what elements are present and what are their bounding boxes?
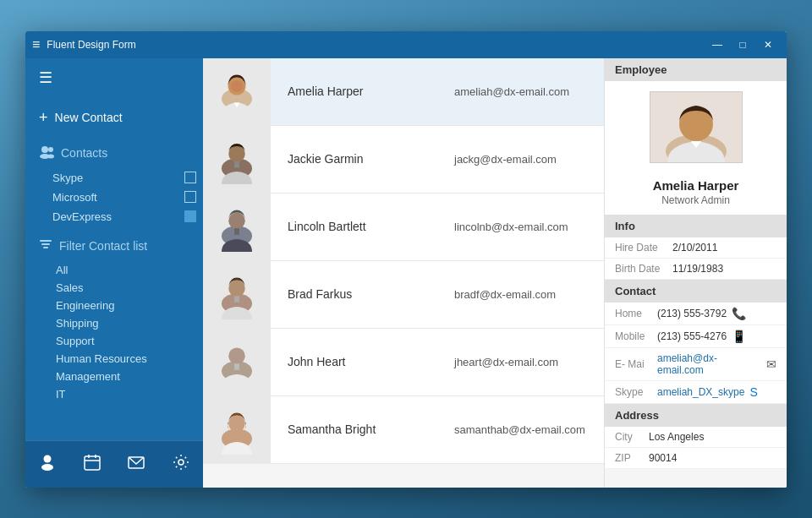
- group-microsoft-label: Microsoft: [52, 191, 97, 204]
- group-microsoft-checkbox[interactable]: [184, 191, 196, 203]
- contact-row-brad[interactable]: Brad Farkus bradf@dx-email.com: [203, 261, 604, 329]
- group-devexpress-checkbox[interactable]: [184, 210, 196, 222]
- close-button[interactable]: ✕: [756, 35, 780, 54]
- mail-icon[interactable]: [118, 450, 154, 479]
- contact-row-amelia[interactable]: Amelia Harper ameliah@dx-email.com: [203, 58, 604, 126]
- contact-avatar-samantha: [203, 395, 271, 463]
- home-phone-row: Home (213) 555-3792 📞: [605, 303, 787, 325]
- filter-support[interactable]: Support: [49, 332, 203, 350]
- contact-section-header: Contact: [605, 280, 787, 303]
- employee-panel: Employee Amelia Harper Network Admin: [605, 58, 787, 488]
- group-skype[interactable]: Skype: [52, 168, 203, 188]
- contact-name-john: John Heart: [271, 355, 437, 368]
- settings-icon[interactable]: [163, 450, 199, 479]
- skype-label: Skype: [615, 386, 657, 398]
- new-contact-button[interactable]: + New Contact: [39, 104, 189, 132]
- group-microsoft[interactable]: Microsoft: [52, 188, 203, 207]
- employee-photo-container: [605, 81, 787, 173]
- contact-name-amelia: Amelia Harper: [271, 85, 437, 98]
- employee-photo-box: [650, 91, 743, 163]
- app-icon: ≡: [32, 37, 40, 52]
- hamburger-icon[interactable]: ☰: [39, 68, 189, 87]
- contact-list: Amelia Harper ameliah@dx-email.com Jacki…: [203, 58, 605, 488]
- svg-point-28: [228, 348, 245, 365]
- email-value[interactable]: ameliah@dx-email.com: [657, 352, 761, 376]
- home-label: Home: [615, 308, 657, 319]
- filter-all[interactable]: All: [49, 261, 203, 279]
- city-value: Los Angeles: [649, 431, 704, 443]
- titlebar: ≡ Fluent Design Form — □ ✕: [25, 31, 787, 58]
- contacts-text: Contacts: [61, 146, 107, 160]
- contact-avatar-john: [203, 328, 271, 395]
- contact-email-john: jheart@dx-email.com: [437, 356, 604, 368]
- svg-rect-4: [40, 240, 52, 242]
- home-value: (213) 555-3792: [657, 308, 727, 319]
- svg-point-25: [228, 281, 245, 297]
- mobile-value: (213) 555-4276: [657, 330, 727, 342]
- group-devexpress[interactable]: DevExpress: [52, 207, 203, 226]
- new-contact-label: New Contact: [55, 111, 123, 124]
- contact-row-jackie[interactable]: Jackie Garmin jackg@dx-email.com: [203, 126, 604, 194]
- main-content: ☰ + New Contact Contacts Skype: [25, 58, 787, 488]
- minimize-button[interactable]: —: [705, 35, 729, 54]
- mobile-label: Mobile: [615, 330, 657, 342]
- skype-value[interactable]: ameliah_DX_skype: [657, 386, 744, 398]
- contact-row-john[interactable]: John Heart jheart@dx-email.com: [203, 329, 604, 396]
- city-row: City Los Angeles: [605, 427, 787, 448]
- person-icon[interactable]: [30, 450, 65, 479]
- contact-email-samantha: samanthab@dx-email.com: [437, 423, 604, 436]
- contacts-icon: [39, 145, 54, 161]
- employee-job-title: Network Admin: [615, 194, 776, 206]
- sidebar-header: ☰: [25, 58, 203, 97]
- maximize-button[interactable]: □: [731, 35, 754, 54]
- info-section-header: Info: [605, 215, 787, 237]
- filter-engineering[interactable]: Engineering: [49, 297, 203, 314]
- filter-hr[interactable]: Human Resources: [49, 350, 203, 368]
- svg-point-31: [228, 416, 245, 433]
- contact-row-lincoln[interactable]: Lincoln Bartlett lincolnb@dx-email.com: [203, 194, 604, 261]
- hire-date-value: 2/10/2011: [672, 242, 717, 254]
- svg-rect-26: [234, 296, 239, 303]
- city-label: City: [615, 431, 649, 443]
- contact-email-amelia: ameliah@dx-email.com: [437, 85, 604, 98]
- address-section-header: Address: [605, 404, 787, 427]
- filter-sales[interactable]: Sales: [49, 279, 203, 297]
- email-label: E- Mai: [615, 358, 657, 370]
- contact-name-jackie: Jackie Garmin: [271, 152, 437, 166]
- svg-point-7: [44, 455, 52, 462]
- contact-email-brad: bradf@dx-email.com: [437, 288, 604, 301]
- svg-point-3: [47, 154, 54, 158]
- svg-rect-5: [41, 243, 50, 245]
- new-contact-section: + New Contact: [25, 97, 203, 139]
- contact-avatar-amelia: [203, 58, 271, 126]
- contact-row-samantha[interactable]: Samantha Bright samanthab@dx-email.com: [203, 396, 604, 464]
- svg-point-17: [231, 80, 244, 92]
- filter-it[interactable]: IT: [49, 385, 203, 403]
- birth-date-label: Birth Date: [615, 263, 672, 275]
- svg-point-22: [228, 213, 245, 230]
- contact-avatar-jackie: [203, 125, 271, 193]
- svg-point-2: [48, 147, 53, 152]
- filter-management[interactable]: Management: [49, 368, 203, 385]
- svg-rect-23: [234, 228, 239, 235]
- group-devexpress-label: DevExpress: [52, 210, 112, 223]
- contacts-label: Contacts: [25, 139, 203, 165]
- svg-point-0: [41, 146, 48, 153]
- sidebar-footer: [25, 440, 203, 488]
- group-skype-checkbox[interactable]: [184, 172, 196, 183]
- filter-label: Filter Contact list: [25, 230, 203, 258]
- filter-text: Filter Contact list: [59, 239, 147, 253]
- skype-icon: S: [749, 385, 757, 399]
- filter-shipping[interactable]: Shipping: [49, 314, 203, 332]
- group-skype-label: Skype: [52, 172, 83, 184]
- email-row: E- Mai ameliah@dx-email.com ✉: [605, 348, 787, 381]
- main-window: ≡ Fluent Design Form — □ ✕ ☰ + New Conta…: [25, 31, 787, 488]
- calendar-icon[interactable]: [74, 450, 110, 479]
- svg-point-19: [228, 145, 245, 162]
- svg-rect-20: [234, 161, 239, 168]
- employee-name-area: Amelia Harper Network Admin: [605, 173, 787, 215]
- window-title: Fluent Design Form: [47, 39, 705, 51]
- zip-row: ZIP 90014: [605, 448, 787, 469]
- mobile-phone-row: Mobile (213) 555-4276 📱: [605, 325, 787, 348]
- birth-date-value: 11/19/1983: [672, 263, 723, 275]
